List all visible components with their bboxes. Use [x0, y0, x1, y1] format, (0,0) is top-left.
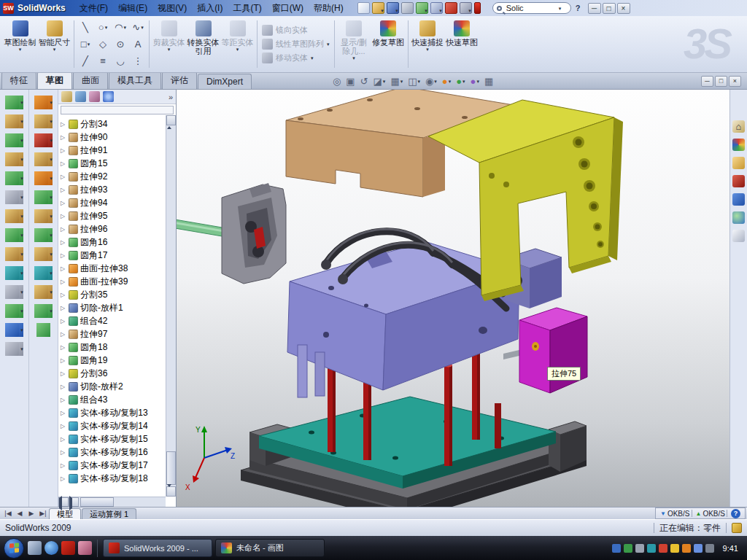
offset-tool-icon[interactable]: ▾ — [34, 266, 53, 280]
tree-item[interactable]: ▷ 组合43 — [61, 393, 165, 406]
tree-item[interactable]: ▷ 拉伸94 — [61, 196, 165, 209]
menu-window[interactable]: 窗口(W) — [267, 1, 309, 16]
update-icon[interactable] — [682, 544, 691, 553]
tree-item[interactable]: ▷ 拉伸93 — [61, 183, 165, 196]
tree-item[interactable]: ▷ 组合42 — [61, 314, 165, 327]
tree-item[interactable]: ▷ 曲面-拉伸38 — [61, 262, 165, 275]
rib-icon[interactable]: ▾ — [5, 285, 23, 299]
tree-vertical-scrollbar[interactable] — [166, 115, 176, 497]
doc-tab-model[interactable]: 模型 — [49, 508, 81, 519]
expand-arrow-icon[interactable]: ▷ — [61, 174, 66, 180]
expand-arrow-icon[interactable]: ▷ — [61, 331, 66, 338]
select-icon[interactable]: ▾ — [430, 2, 443, 14]
graphics-viewport[interactable]: Y Z X 拉伸75 — [177, 90, 729, 507]
doc-minimize-button[interactable]: ─ — [701, 76, 713, 87]
expand-arrow-icon[interactable]: ▷ — [61, 292, 66, 298]
menu-insert[interactable]: 插入(I) — [192, 1, 228, 16]
linear-sketch-pattern-button[interactable]: 线性草图阵列▾ — [262, 39, 330, 50]
expand-arrow-icon[interactable]: ▷ — [61, 213, 66, 219]
display-style-icon[interactable]: ◫▾ — [408, 76, 420, 87]
doc-nav-icon[interactable]: ▶| — [37, 508, 49, 519]
shell-icon[interactable]: ▾ — [5, 323, 23, 337]
construction-geometry-icon[interactable]: ≡▾ — [94, 52, 112, 69]
convert-entities-button[interactable]: 转换实体引用▾ — [186, 18, 220, 71]
menu-help[interactable]: 帮助(H) — [309, 1, 349, 16]
expand-arrow-icon[interactable]: ▷ — [61, 239, 66, 246]
centerline-icon[interactable]: ╱▾ — [77, 52, 94, 69]
text-icon[interactable]: A▾ — [129, 36, 147, 52]
internet-explorer-icon[interactable] — [44, 541, 58, 555]
sketch-button[interactable]: 草图绘制▾ — [3, 18, 37, 71]
polygon-icon[interactable]: ◇▾ — [94, 36, 112, 52]
tree-item[interactable]: ▷ 拉伸92 — [61, 170, 165, 183]
hide-show-items-icon[interactable]: ◉▾ — [425, 76, 437, 87]
doc-nav-icon[interactable]: ◀ — [14, 508, 26, 519]
expand-arrow-icon[interactable]: ▷ — [61, 252, 66, 259]
tree-item[interactable]: ▷ 拉伸95 — [61, 209, 165, 222]
expand-arrow-icon[interactable]: ▷ — [61, 160, 66, 167]
more-sketch-tools-icon[interactable]: ⋮▾ — [129, 52, 147, 69]
previous-view-icon[interactable]: ↺▾ — [360, 76, 368, 87]
expand-arrow-icon[interactable]: ▷ — [61, 462, 66, 469]
part-slide-insert[interactable] — [222, 183, 286, 284]
print-icon[interactable]: ▾ — [401, 2, 414, 14]
custom-properties-icon[interactable] — [732, 230, 745, 242]
antivirus-icon[interactable] — [659, 544, 667, 553]
rectangle-tool-icon[interactable]: ▾ — [34, 190, 53, 204]
trim-entities-button[interactable]: 剪裁实体▾ — [152, 18, 186, 71]
swept-boss-icon[interactable]: ▾ — [5, 133, 23, 147]
tab-sketch[interactable]: 草图 — [37, 71, 72, 89]
safely-remove-icon[interactable] — [705, 544, 714, 553]
doc-nav-icon[interactable]: ▶ — [26, 508, 37, 519]
home-icon[interactable]: ⌂ — [732, 120, 745, 133]
solidworks-rx-icon[interactable]: ▾ — [474, 2, 481, 14]
manager-overflow-icon[interactable]: » — [169, 93, 173, 101]
configurationmanager-tab-icon[interactable] — [89, 91, 100, 102]
pdm-icon[interactable] — [694, 544, 703, 553]
design-library-icon[interactable] — [732, 139, 745, 151]
convert-tool-icon[interactable]: ▾ — [34, 247, 53, 261]
section-view-icon[interactable]: ◪▾ — [374, 76, 386, 87]
tree-item[interactable]: ▷ 分割36 — [61, 367, 165, 380]
expand-arrow-icon[interactable]: ▷ — [61, 200, 66, 206]
smart-dimension-tool-icon[interactable]: ▾ — [34, 114, 53, 128]
chamfer-icon[interactable]: ▾ — [5, 247, 23, 261]
expand-arrow-icon[interactable]: ▷ — [61, 475, 66, 482]
tree-item[interactable]: ▷ 切除-放样2 — [61, 380, 165, 393]
hole-wizard-icon[interactable]: ▾ — [5, 190, 23, 204]
dimxpertmanager-tab-icon[interactable] — [103, 91, 114, 102]
linear-pattern-icon[interactable]: ▾ — [5, 266, 23, 280]
view-orientation-icon[interactable]: ▦▾ — [390, 76, 403, 87]
options-icon[interactable]: ▾ — [460, 2, 472, 14]
appearances-icon[interactable] — [732, 211, 745, 224]
open-icon[interactable]: ▾ — [372, 2, 384, 14]
expand-arrow-icon[interactable]: ▷ — [61, 265, 66, 272]
volume-icon[interactable] — [635, 544, 644, 553]
language-icon[interactable] — [612, 544, 621, 553]
menu-tools[interactable]: 工具(T) — [228, 1, 266, 16]
expand-arrow-icon[interactable]: ▷ — [61, 121, 66, 128]
expand-arrow-icon[interactable]: ▷ — [61, 370, 66, 377]
rapid-sketch-button[interactable]: 快速草图▾ — [445, 18, 479, 71]
undo-icon[interactable]: ▾ — [416, 2, 428, 14]
menu-view[interactable]: 视图(V) — [152, 1, 192, 16]
expand-arrow-icon[interactable]: ▷ — [61, 449, 66, 456]
featuremanager-tab-icon[interactable] — [61, 91, 72, 102]
tree-item[interactable]: ▷ 实体-移动/复制17 — [61, 459, 165, 472]
tree-horizontal-scrollbar[interactable] — [58, 497, 166, 507]
tab-surfaces[interactable]: 曲面 — [73, 71, 108, 89]
tree-item[interactable]: ▷ 拉伸97 — [61, 327, 165, 341]
network-icon[interactable] — [647, 544, 656, 553]
tree-item[interactable]: ▷ 实体-移动/复制14 — [61, 419, 165, 432]
close-button[interactable]: × — [617, 3, 630, 14]
tree-item[interactable]: ▷ 拉伸96 — [61, 222, 165, 236]
propertymanager-tab-icon[interactable] — [75, 91, 86, 102]
edit-appearance-icon[interactable]: ●▾ — [442, 76, 451, 87]
expand-arrow-icon[interactable]: ▷ — [61, 410, 66, 416]
circle-tool-icon[interactable]: ▾ — [34, 152, 53, 166]
scrollbar-thumb[interactable] — [166, 451, 176, 485]
taskbar-clock[interactable]: 9:41 — [723, 544, 738, 553]
expand-arrow-icon[interactable]: ▷ — [61, 397, 66, 403]
mirror-icon[interactable]: ▾ — [5, 342, 23, 356]
search-box[interactable]: ▾ — [492, 2, 571, 14]
